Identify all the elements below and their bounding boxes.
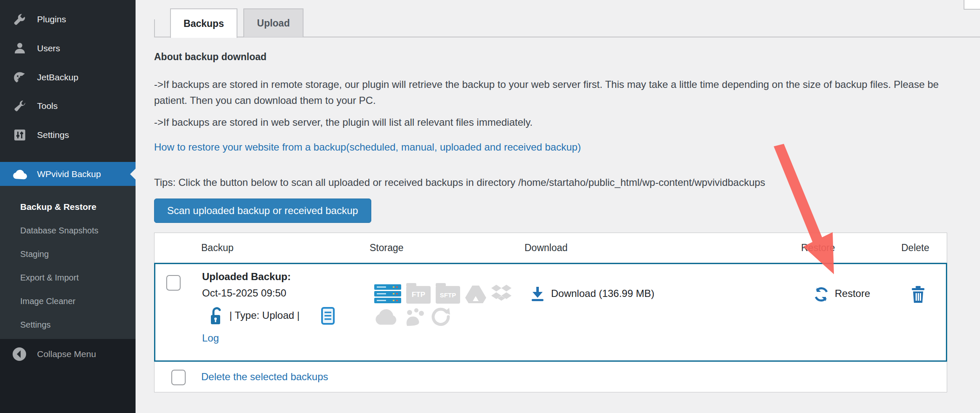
- backup-title: Uploaded Backup:: [202, 271, 291, 283]
- tools-icon: [13, 99, 27, 113]
- sidebar-item-label: JetBackup: [37, 72, 78, 82]
- plugin-icon: [13, 12, 27, 26]
- sftp-label: SFTP: [440, 291, 456, 299]
- jetbackup-icon: [13, 70, 27, 85]
- restore-link[interactable]: Restore: [835, 288, 870, 299]
- backup-type-text: | Type: Upload |: [229, 310, 300, 321]
- collapse-menu-label: Collapse Menu: [37, 349, 96, 359]
- submenu-item-settings[interactable]: Settings: [0, 313, 136, 336]
- amazon-s3-storage-icon: [374, 308, 399, 327]
- collapse-arrow-icon: [13, 347, 26, 361]
- backblaze-storage-icon: [431, 307, 450, 328]
- column-header-delete: Delete: [901, 233, 929, 262]
- tab-upload[interactable]: Upload: [243, 8, 304, 37]
- google-drive-storage-icon: [465, 285, 486, 305]
- backup-table-footer: Delete the selected backups: [154, 362, 947, 392]
- backup-table-header: Backup Storage Download Restore Delete: [154, 233, 947, 263]
- about-paragraph-webserver: ->If backups are stored in web server, t…: [154, 114, 945, 130]
- sidebar-item-jetbackup[interactable]: JetBackup: [0, 64, 136, 91]
- tabbar-left-notch: [154, 19, 155, 37]
- sidebar-item-label: Tools: [37, 101, 58, 111]
- submenu-item-backup-restore[interactable]: Backup & Restore: [0, 195, 136, 219]
- current-menu-arrow: [130, 169, 136, 180]
- submenu-item-staging[interactable]: Staging: [0, 242, 136, 266]
- column-header-storage: Storage: [370, 233, 404, 262]
- wpvivid-backup-page: Plugins Users JetBackup Tools Settings: [0, 0, 980, 413]
- log-file-icon[interactable]: [321, 307, 335, 326]
- how-to-restore-link[interactable]: How to restore your website from a backu…: [154, 141, 581, 153]
- sidebar-item-label: Settings: [37, 130, 69, 140]
- onedrive-storage-icon: [404, 307, 426, 328]
- backup-date: Oct-15-2025 09:50: [202, 287, 286, 299]
- unlock-icon[interactable]: [209, 307, 224, 328]
- select-all-checkbox[interactable]: [171, 370, 186, 385]
- backup-list-panel: Backup Storage Download Restore Delete U…: [154, 233, 947, 392]
- about-heading: About backup download: [154, 51, 266, 63]
- tab-backups[interactable]: Backups: [170, 8, 237, 38]
- trash-icon[interactable]: [911, 286, 925, 304]
- dropbox-storage-icon: [491, 285, 511, 305]
- settings-icon: [13, 128, 27, 142]
- users-icon: [13, 41, 27, 56]
- download-link[interactable]: Download (136.99 MB): [551, 288, 654, 299]
- tab-label: Backups: [184, 18, 224, 29]
- backup-row-selected: Uploaded Backup: Oct-15-2025 09:50 | Typ…: [154, 263, 947, 362]
- submenu-item-image-cleaner[interactable]: Image Cleaner: [0, 289, 136, 313]
- submenu-item-database-snapshots[interactable]: Database Snapshots: [0, 219, 136, 242]
- ftp-storage-icon: FTP: [406, 286, 431, 304]
- column-header-restore: Restore: [801, 233, 835, 262]
- log-link[interactable]: Log: [202, 332, 219, 344]
- submenu-item-export-import[interactable]: Export & Import: [0, 266, 136, 289]
- sidebar-item-wpvivid-backup[interactable]: WPvivid Backup: [0, 162, 136, 186]
- sidebar-item-label: Users: [37, 43, 60, 53]
- admin-sidebar: Plugins Users JetBackup Tools Settings: [0, 0, 136, 413]
- restore-icon[interactable]: [813, 286, 830, 304]
- column-header-download: Download: [525, 233, 567, 262]
- storage-icons-row-2: [374, 307, 450, 328]
- download-icon[interactable]: [530, 286, 545, 304]
- cloud-icon: [13, 167, 27, 181]
- delete-selected-link[interactable]: Delete the selected backups: [201, 371, 328, 383]
- wpvivid-submenu: Backup & Restore Database Snapshots Stag…: [0, 186, 136, 339]
- about-paragraph-remote: ->If backups are stored in remote storag…: [154, 77, 945, 109]
- sidebar-item-tools[interactable]: Tools: [0, 93, 136, 119]
- sidebar-item-label: Plugins: [37, 14, 66, 24]
- scan-backup-button[interactable]: Scan uploaded backup or received backup: [154, 199, 371, 223]
- sidebar-item-label: WPvivid Backup: [37, 169, 101, 179]
- column-header-backup: Backup: [201, 233, 234, 262]
- sidebar-item-users[interactable]: Users: [0, 35, 136, 62]
- row-checkbox[interactable]: [166, 275, 181, 291]
- sidebar-item-settings[interactable]: Settings: [0, 122, 136, 148]
- top-right-partial-box: [964, 0, 980, 10]
- web-server-storage-icon: [374, 284, 401, 305]
- collapse-menu-button[interactable]: Collapse Menu: [0, 342, 136, 367]
- sidebar-item-plugins[interactable]: Plugins: [0, 6, 136, 33]
- ftp-label: FTP: [412, 291, 425, 299]
- tab-label: Upload: [257, 18, 290, 29]
- storage-icons-row-1: FTP SFTP: [374, 284, 511, 305]
- tips-text: Tips: Click the button below to scan all…: [154, 177, 765, 188]
- sftp-storage-icon: SFTP: [436, 286, 460, 304]
